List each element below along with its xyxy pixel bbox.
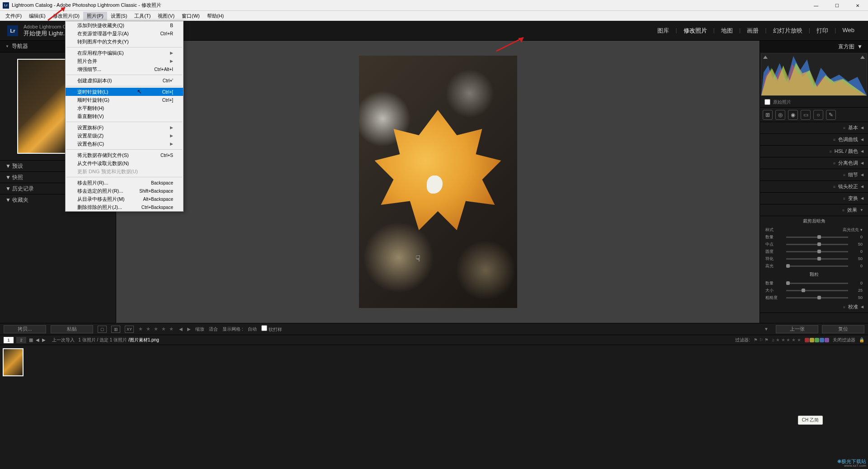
auto-label[interactable]: 自动	[248, 326, 257, 332]
menu-edit[interactable]: 编辑(E)	[25, 12, 49, 20]
spot-tool-icon[interactable]: ◎	[775, 110, 785, 120]
menu-settings[interactable]: 设置(S)	[107, 12, 131, 20]
module-library[interactable]: 图库	[651, 27, 675, 35]
menu-item[interactable]: 设置星级(Z)▶	[66, 132, 183, 140]
ime-indicator[interactable]: CH 乙简	[798, 416, 823, 425]
menu-item[interactable]: 水平翻转(H)	[66, 104, 183, 112]
star-filter[interactable]: ≥ ★ ★ ★ ★ ★	[772, 337, 801, 342]
color-filter[interactable]	[805, 338, 829, 342]
histogram-display[interactable]	[761, 53, 867, 96]
transform-section[interactable]: ≡变换◀	[760, 193, 868, 204]
menu-item[interactable]: 创建虚拟副本(I)Ctrl+'	[66, 76, 183, 85]
next-arrow-icon[interactable]: ▶	[187, 327, 191, 332]
slider-row[interactable]: 圆度0	[760, 248, 868, 255]
nav-right-icon[interactable]: ▶	[42, 337, 46, 342]
toolbar-expand-icon[interactable]: ▼	[764, 327, 769, 332]
filmstrip[interactable]	[0, 345, 868, 379]
module-develop[interactable]: 修改照片	[677, 27, 713, 35]
module-map[interactable]: 地图	[715, 27, 739, 35]
toggle-icon: ≡	[843, 126, 845, 130]
slider-row[interactable]: 数量0	[760, 233, 868, 241]
menu-item[interactable]: 移去照片(R)...Backspace	[66, 179, 183, 187]
hsl-section[interactable]: ≡HSL / 颜色◀	[760, 146, 868, 157]
loupe-view-icon[interactable]: ▢	[98, 326, 107, 333]
crop-tool-icon[interactable]: ⊞	[763, 110, 773, 120]
menu-window[interactable]: 窗口(W)	[178, 12, 203, 20]
menu-item[interactable]: 逆时针旋转(L)Ctrl+[	[66, 88, 183, 96]
histogram-header[interactable]: 直方图 ▼	[760, 41, 868, 52]
radial-tool-icon[interactable]: ○	[813, 110, 823, 120]
menu-develop[interactable]: 修改照片(D)	[49, 12, 83, 20]
compare-view-icon[interactable]: ▥	[111, 326, 120, 333]
brush-tool-icon[interactable]: ✎	[826, 110, 836, 120]
page-1-badge[interactable]: 1	[4, 337, 14, 343]
menu-item[interactable]: 移去选定的照片(R)...Shift+Backspace	[66, 187, 183, 195]
menu-item[interactable]: 增强细节...Ctrl+Alt+I	[66, 65, 183, 73]
menu-item[interactable]: 在资源管理器中显示(A)Ctrl+R	[66, 29, 183, 38]
flag-filter-icon[interactable]: ⚑ ⚐ ⚑	[754, 337, 769, 342]
copy-button[interactable]: 拷贝...	[4, 325, 46, 333]
vignette-title: 裁剪后暗角	[760, 216, 868, 226]
menu-photo[interactable]: 照片(P)	[83, 12, 107, 20]
detail-section[interactable]: ≡细节◀	[760, 169, 868, 181]
original-photo-toggle[interactable]: 原始照片	[760, 97, 868, 108]
menu-item[interactable]: 从文件中读取元数据(N)	[66, 159, 183, 167]
survey-view-icon[interactable]: XY	[125, 326, 134, 333]
paste-button[interactable]: 粘贴	[51, 325, 93, 333]
slider-row[interactable]: 粗糙度50	[760, 294, 868, 301]
menu-item[interactable]: 添加到快捷收藏夹(Q)B	[66, 21, 183, 29]
maximize-button[interactable]: ☐	[826, 0, 847, 11]
gradient-tool-icon[interactable]: ▭	[801, 110, 811, 120]
original-checkbox[interactable]	[764, 99, 770, 105]
menu-help[interactable]: 帮助(H)	[203, 12, 227, 20]
soft-proof-checkbox[interactable]	[261, 325, 267, 331]
photo-preview[interactable]: ☟	[359, 56, 517, 308]
module-book[interactable]: 画册	[741, 27, 765, 35]
reset-button[interactable]: 复位	[822, 325, 864, 333]
prev-arrow-icon[interactable]: ◀	[179, 327, 183, 332]
rating-stars[interactable]: ★ ★ ★ ★ ★	[138, 326, 175, 332]
close-filter-label[interactable]: 关闭过滤器	[833, 337, 855, 343]
menu-item[interactable]: 转到图库中的文件夹(Y)	[66, 38, 183, 46]
module-web[interactable]: Web	[836, 27, 861, 35]
slider-row[interactable]: 大小25	[760, 287, 868, 294]
lens-section[interactable]: ≡镜头校正◀	[760, 181, 868, 193]
slider-row[interactable]: 数量0	[760, 280, 868, 287]
grid-small-icon[interactable]: ▦	[29, 337, 33, 342]
menu-item[interactable]: 设置色标(C)▶	[66, 140, 183, 148]
effects-section[interactable]: ≡效果▼	[760, 204, 868, 216]
tone-curve-section[interactable]: ≡色调曲线◀	[760, 134, 868, 146]
menu-tools[interactable]: 工具(T)	[131, 12, 154, 20]
calibration-section[interactable]: ≡校准◀	[760, 301, 868, 313]
title-bar: Lr Lightroom Catalog - Adobe Photoshop L…	[0, 0, 868, 11]
fit-label[interactable]: 适合	[209, 326, 218, 332]
menu-view[interactable]: 视图(V)	[154, 12, 178, 20]
menu-item[interactable]: 在应用程序中编辑(E)▶	[66, 49, 183, 57]
split-toning-section[interactable]: ≡分离色调◀	[760, 157, 868, 169]
menu-item[interactable]: 垂直翻转(V)	[66, 112, 183, 120]
slider-row[interactable]: 中点50	[760, 241, 868, 248]
previous-button[interactable]: 上一张	[776, 325, 818, 333]
close-button[interactable]: ✕	[847, 0, 868, 11]
menu-file[interactable]: 文件(F)	[2, 12, 25, 20]
menu-item[interactable]: 将元数据存储到文件(S)Ctrl+S	[66, 151, 183, 159]
slider-row[interactable]: 样式高光优先 ▾	[760, 226, 868, 233]
menu-item[interactable]: 照片合并▶	[66, 57, 183, 65]
menu-item[interactable]: 设置旗标(F)▶	[66, 123, 183, 132]
filmstrip-thumbnail[interactable]	[3, 348, 24, 376]
soft-proof-toggle[interactable]: 软打样	[261, 325, 282, 333]
slider-row[interactable]: 羽化50	[760, 255, 868, 262]
nav-left-icon[interactable]: ◀	[36, 337, 39, 342]
menu-item[interactable]: 删除排除的照片(J)...Ctrl+Backspace	[66, 203, 183, 211]
page-2-badge[interactable]: 2	[16, 337, 26, 343]
minimize-button[interactable]: —	[806, 0, 826, 11]
module-slideshow[interactable]: 幻灯片放映	[767, 27, 809, 35]
module-print[interactable]: 打印	[810, 27, 835, 35]
slider-row[interactable]: 高光0	[760, 262, 868, 270]
redeye-tool-icon[interactable]: ◉	[788, 110, 798, 120]
canvas-area[interactable]: ☟	[116, 41, 760, 323]
menu-item[interactable]: 从目录中移去照片(M)Alt+Backspace	[66, 195, 183, 203]
basic-section[interactable]: ≡基本◀	[760, 122, 868, 134]
menu-item[interactable]: 顺时针旋转(G)Ctrl+]	[66, 96, 183, 104]
lock-icon[interactable]: 🔒	[859, 337, 864, 342]
